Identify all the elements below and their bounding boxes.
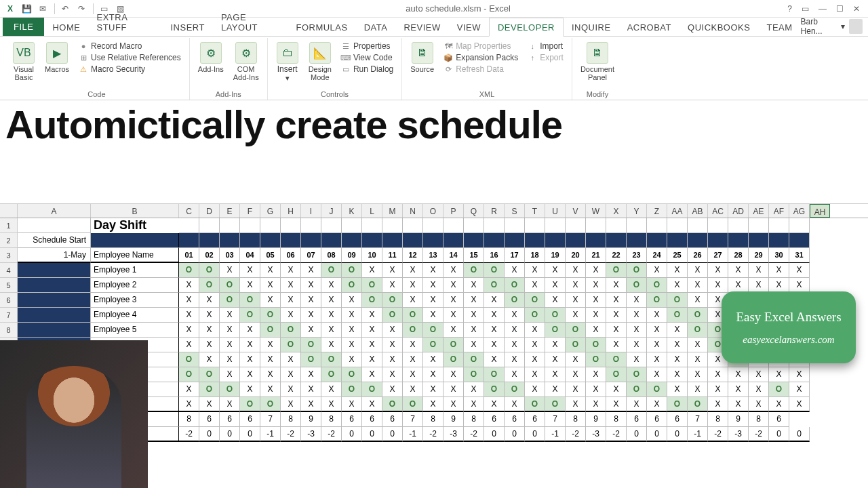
- col-header[interactable]: AD: [728, 204, 749, 218]
- cell[interactable]: O: [260, 308, 281, 323]
- expansion-packs-button[interactable]: 📦Expansion Packs: [441, 52, 521, 63]
- cell[interactable]: X: [443, 397, 464, 412]
- cell[interactable]: X: [301, 367, 321, 382]
- cell[interactable]: 7: [545, 412, 566, 427]
- cell[interactable]: O: [220, 278, 240, 293]
- cell[interactable]: X: [525, 367, 545, 382]
- cell[interactable]: X: [728, 397, 749, 412]
- cell[interactable]: O: [382, 308, 403, 323]
- cell[interactable]: [464, 233, 484, 248]
- cell[interactable]: X: [423, 382, 443, 397]
- close-icon[interactable]: ✕: [853, 4, 860, 14]
- cell[interactable]: O: [240, 397, 260, 412]
- cell[interactable]: X: [423, 397, 443, 412]
- cell[interactable]: O: [606, 352, 627, 367]
- cell[interactable]: [18, 323, 91, 338]
- cell[interactable]: 16: [484, 248, 505, 263]
- cell[interactable]: X: [342, 308, 362, 323]
- cell[interactable]: [18, 218, 91, 233]
- cell[interactable]: [606, 218, 627, 233]
- cell[interactable]: O: [545, 323, 566, 338]
- cell[interactable]: O: [301, 338, 321, 352]
- cell[interactable]: O: [545, 308, 566, 323]
- cell[interactable]: X: [708, 397, 728, 412]
- col-header[interactable]: U: [545, 204, 566, 218]
- cell[interactable]: [91, 233, 179, 248]
- cell[interactable]: X: [362, 323, 382, 338]
- cell[interactable]: 6: [220, 412, 240, 427]
- cell[interactable]: O: [403, 308, 423, 323]
- cell[interactable]: -2: [566, 427, 586, 442]
- cell[interactable]: [423, 218, 443, 233]
- macro-security-button[interactable]: ⚠Macro Security: [76, 64, 184, 75]
- cell[interactable]: [728, 233, 749, 248]
- row-header[interactable]: 8: [0, 323, 18, 338]
- cell[interactable]: 10: [362, 248, 382, 263]
- cell[interactable]: X: [382, 263, 403, 278]
- view-code-button[interactable]: ⌨View Code: [338, 52, 396, 63]
- col-header[interactable]: V: [566, 204, 586, 218]
- cell[interactable]: [566, 218, 586, 233]
- cell[interactable]: O: [443, 352, 464, 367]
- cell[interactable]: X: [301, 382, 321, 397]
- cell[interactable]: [647, 233, 667, 248]
- cell[interactable]: X: [301, 323, 321, 338]
- cell[interactable]: O: [484, 278, 505, 293]
- col-header[interactable]: M: [382, 204, 403, 218]
- col-header[interactable]: E: [220, 204, 240, 218]
- cell[interactable]: [627, 218, 647, 233]
- cell[interactable]: X: [179, 338, 199, 352]
- save-icon[interactable]: 💾: [19, 1, 34, 16]
- cell[interactable]: 6: [342, 412, 362, 427]
- cell[interactable]: 28: [728, 248, 749, 263]
- cell[interactable]: X: [667, 352, 688, 367]
- cell[interactable]: 05: [260, 248, 281, 263]
- cell[interactable]: [505, 218, 525, 233]
- cell[interactable]: X: [566, 382, 586, 397]
- cell[interactable]: X: [505, 308, 525, 323]
- run-dialog-button[interactable]: ▭Run Dialog: [338, 64, 396, 75]
- cell[interactable]: X: [362, 263, 382, 278]
- cell[interactable]: 0: [525, 427, 545, 442]
- cell[interactable]: X: [281, 293, 301, 308]
- cell[interactable]: X: [382, 338, 403, 352]
- ribbon-options-icon[interactable]: ▭: [802, 4, 809, 14]
- cell[interactable]: X: [566, 263, 586, 278]
- cell[interactable]: X: [484, 323, 505, 338]
- table-row[interactable]: Schedule Start: [18, 233, 868, 248]
- cell[interactable]: O: [321, 352, 342, 367]
- cell[interactable]: O: [647, 382, 667, 397]
- cell[interactable]: Day Shift: [91, 218, 179, 233]
- col-header[interactable]: AC: [708, 204, 728, 218]
- col-header[interactable]: T: [525, 204, 545, 218]
- cell[interactable]: X: [443, 382, 464, 397]
- cell[interactable]: O: [484, 263, 505, 278]
- undo-icon[interactable]: ↶: [58, 1, 73, 16]
- cell[interactable]: [566, 233, 586, 248]
- tab-view[interactable]: VIEW: [449, 18, 489, 36]
- cell[interactable]: 0: [667, 427, 688, 442]
- cell[interactable]: O: [362, 382, 382, 397]
- cell[interactable]: X: [586, 367, 606, 382]
- col-header[interactable]: AB: [688, 204, 708, 218]
- cell[interactable]: X: [281, 382, 301, 397]
- cell[interactable]: X: [179, 293, 199, 308]
- cell[interactable]: [505, 233, 525, 248]
- col-header[interactable]: Q: [464, 204, 484, 218]
- cell[interactable]: X: [321, 278, 342, 293]
- cell[interactable]: X: [260, 367, 281, 382]
- cell[interactable]: X: [443, 323, 464, 338]
- table-row[interactable]: Employee 1OOXXXXXOOXXXXXOOXXXXXOOXXXXXXX…: [18, 263, 868, 278]
- cell[interactable]: X: [443, 308, 464, 323]
- cell[interactable]: X: [667, 323, 688, 338]
- cell[interactable]: X: [179, 308, 199, 323]
- cell[interactable]: -1: [688, 427, 708, 442]
- cell[interactable]: X: [606, 397, 627, 412]
- cell[interactable]: [321, 218, 342, 233]
- cell[interactable]: O: [179, 352, 199, 367]
- cell[interactable]: O: [281, 323, 301, 338]
- cell[interactable]: [789, 233, 810, 248]
- cell[interactable]: 6: [505, 412, 525, 427]
- cell[interactable]: X: [749, 367, 769, 382]
- cell[interactable]: O: [362, 278, 382, 293]
